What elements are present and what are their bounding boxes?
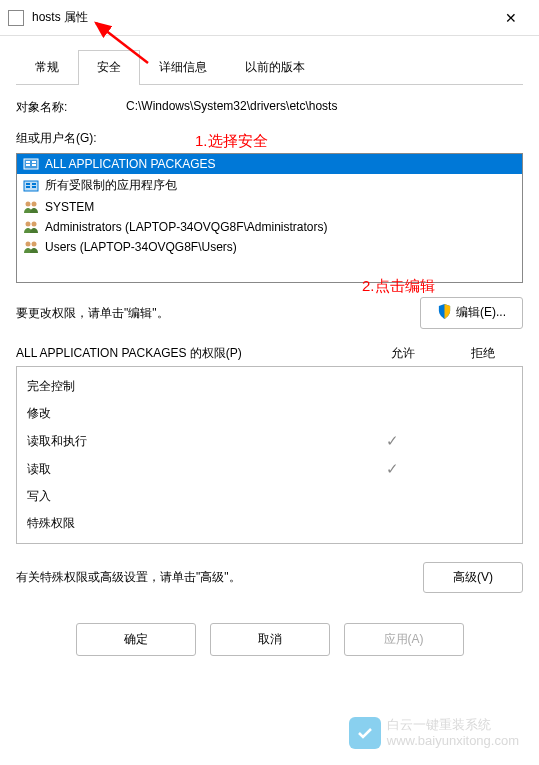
groups-listbox[interactable]: ALL APPLICATION PACKAGES所有受限制的应用程序包SYSTE…	[16, 153, 523, 283]
svg-point-15	[26, 222, 31, 227]
list-item-label: Administrators (LAPTOP-34OVQG8F\Administ…	[45, 220, 328, 234]
permission-row: 写入	[27, 483, 512, 510]
window-title: hosts 属性	[32, 9, 491, 26]
file-icon	[8, 10, 24, 26]
shield-icon	[437, 304, 452, 322]
permission-label: 特殊权限	[27, 515, 352, 532]
svg-rect-10	[26, 186, 30, 188]
watermark-icon	[349, 717, 381, 749]
users-icon	[23, 220, 39, 234]
tab-previous[interactable]: 以前的版本	[226, 50, 324, 84]
tab-security[interactable]: 安全	[78, 50, 140, 85]
groups-label: 组或用户名(G):	[16, 130, 523, 147]
allow-column-header: 允许	[363, 345, 443, 362]
permission-label: 完全控制	[27, 378, 352, 395]
svg-rect-12	[32, 186, 36, 188]
package-icon	[23, 179, 39, 193]
package-icon	[23, 157, 39, 171]
svg-rect-5	[32, 161, 36, 163]
list-item-label: 所有受限制的应用程序包	[45, 177, 177, 194]
watermark: 白云一键重装系统 www.baiyunxitong.com	[349, 717, 519, 749]
allow-check: ✓	[352, 460, 432, 478]
advanced-button[interactable]: 高级(V)	[423, 562, 523, 593]
deny-column-header: 拒绝	[443, 345, 523, 362]
list-item[interactable]: 所有受限制的应用程序包	[17, 174, 522, 197]
permissions-title: ALL APPLICATION PACKAGES 的权限(P)	[16, 345, 363, 362]
list-item[interactable]: ALL APPLICATION PACKAGES	[17, 154, 522, 174]
svg-rect-6	[32, 164, 36, 166]
svg-rect-4	[26, 164, 30, 166]
list-item[interactable]: Users (LAPTOP-34OVQG8F\Users)	[17, 237, 522, 257]
svg-rect-9	[26, 183, 30, 185]
permission-label: 写入	[27, 488, 352, 505]
permission-row: 完全控制	[27, 373, 512, 400]
allow-check: ✓	[352, 432, 432, 450]
cancel-button[interactable]: 取消	[210, 623, 330, 656]
ok-button[interactable]: 确定	[76, 623, 196, 656]
edit-hint-text: 要更改权限，请单击"编辑"。	[16, 305, 420, 322]
svg-point-16	[32, 222, 37, 227]
permission-row: 读取✓	[27, 455, 512, 483]
close-button[interactable]: ✕	[491, 2, 531, 34]
edit-button[interactable]: 编辑(E)...	[420, 297, 523, 329]
apply-button[interactable]: 应用(A)	[344, 623, 464, 656]
list-item-label: SYSTEM	[45, 200, 94, 214]
permission-label: 读取和执行	[27, 433, 352, 450]
tab-details[interactable]: 详细信息	[140, 50, 226, 84]
list-item[interactable]: SYSTEM	[17, 197, 522, 217]
permission-label: 读取	[27, 461, 352, 478]
permissions-box: 完全控制修改读取和执行✓读取✓写入特殊权限	[16, 366, 523, 544]
advanced-hint-text: 有关特殊权限或高级设置，请单击"高级"。	[16, 569, 423, 586]
svg-rect-11	[32, 183, 36, 185]
tabs: 常规 安全 详细信息 以前的版本	[16, 50, 523, 85]
list-item-label: Users (LAPTOP-34OVQG8F\Users)	[45, 240, 237, 254]
permission-row: 读取和执行✓	[27, 427, 512, 455]
list-item[interactable]: Administrators (LAPTOP-34OVQG8F\Administ…	[17, 217, 522, 237]
permission-row: 特殊权限	[27, 510, 512, 537]
users-icon	[23, 240, 39, 254]
svg-point-17	[26, 242, 31, 247]
svg-point-14	[32, 202, 37, 207]
svg-point-18	[32, 242, 37, 247]
tab-general[interactable]: 常规	[16, 50, 78, 84]
object-name-value: C:\Windows\System32\drivers\etc\hosts	[126, 99, 523, 113]
permission-row: 修改	[27, 400, 512, 427]
users-icon	[23, 200, 39, 214]
object-name-label: 对象名称:	[16, 99, 126, 116]
svg-rect-3	[26, 161, 30, 163]
list-item-label: ALL APPLICATION PACKAGES	[45, 157, 216, 171]
svg-point-13	[26, 202, 31, 207]
permission-label: 修改	[27, 405, 352, 422]
